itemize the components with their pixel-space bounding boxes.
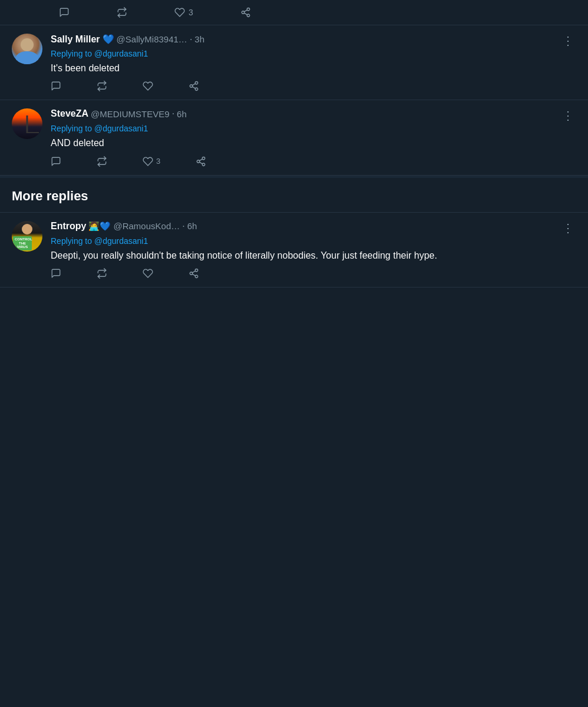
avatar-sally	[12, 34, 42, 64]
more-options-steveza[interactable]: ⋮	[560, 108, 576, 123]
reply-action-sally[interactable]	[51, 81, 61, 91]
user-emojis-entropy: 🧑‍💻💙	[88, 221, 111, 232]
user-handle-entropy: @RamousKod…	[113, 221, 180, 231]
svg-line-18	[192, 274, 195, 276]
more-options-sally[interactable]: ⋮	[560, 34, 576, 48]
retweet-action-entropy[interactable]	[97, 268, 107, 279]
verified-badge-sally: 💙	[103, 34, 114, 45]
like-action-entropy[interactable]	[143, 268, 153, 279]
tweet-time-entropy: 6h	[187, 221, 197, 231]
tweet-content-steveza: SteveZA @MEDIUMSTEVE9 · 6h ⋮ Replying to…	[51, 108, 576, 166]
tweet-text-steveza: AND deleted	[51, 137, 576, 150]
like-count-top: 3	[189, 8, 193, 17]
tweet-actions-entropy	[51, 268, 576, 279]
tweet-header-left-sally: Sally Miller 💙 @SallyMi83941… · 3h	[51, 34, 204, 45]
tweet-header-left-steveza: SteveZA @MEDIUMSTEVE9 · 6h	[51, 108, 187, 119]
svg-line-8	[192, 87, 195, 89]
top-tweet-actions: 3	[0, 0, 588, 25]
user-name-entropy: Entropy	[51, 221, 86, 232]
share-action-entropy[interactable]	[189, 268, 199, 279]
separator-entropy: ·	[182, 221, 184, 232]
avatar-entropy: CONTROL THE VIRUS	[12, 221, 42, 252]
tweet-text-sally: It's been deleted	[51, 62, 576, 75]
more-replies-section: More replies	[0, 176, 588, 213]
reply-to-handle-sally[interactable]: @dgurdasani1	[94, 49, 148, 58]
svg-line-4	[244, 10, 247, 12]
tweet-content-entropy: Entropy 🧑‍💻💙 @RamousKod… · 6h ⋮ Replying…	[51, 221, 576, 279]
retweet-action-top[interactable]	[117, 7, 127, 18]
like-action-sally[interactable]	[143, 81, 153, 91]
reply-to-steveza: Replying to @dgurdasani1	[51, 124, 576, 133]
reply-action-steveza[interactable]	[51, 156, 61, 167]
tweet-header-entropy: Entropy 🧑‍💻💙 @RamousKod… · 6h ⋮	[51, 221, 576, 235]
reply-action-entropy[interactable]	[51, 268, 61, 279]
tweet-actions-sally	[51, 81, 576, 91]
share-action-top[interactable]	[240, 7, 251, 18]
more-options-entropy[interactable]: ⋮	[560, 221, 576, 235]
replying-to-label-steveza: Replying to	[51, 124, 92, 133]
user-handle-sally: @SallyMi83941…	[117, 34, 187, 44]
tweet-time-sally: 3h	[194, 34, 204, 44]
tweet-entropy: CONTROL THE VIRUS Entropy 🧑‍💻💙 @RamousKo…	[0, 213, 588, 288]
tweet-header-sally: Sally Miller 💙 @SallyMi83941… · 3h ⋮	[51, 34, 576, 48]
svg-line-19	[192, 271, 195, 273]
user-name-steveza: SteveZA	[51, 108, 88, 119]
replying-to-label-entropy: Replying to	[51, 236, 92, 246]
reply-to-entropy: Replying to @dgurdasani1	[51, 236, 576, 246]
share-action-sally[interactable]	[189, 81, 199, 91]
separator-steveza: ·	[172, 108, 174, 119]
svg-line-13	[200, 162, 203, 164]
like-action-top[interactable]: 3	[174, 7, 193, 18]
retweet-action-sally[interactable]	[97, 81, 107, 91]
avatar-steveza	[12, 108, 42, 139]
tweet-content-sally: Sally Miller 💙 @SallyMi83941… · 3h ⋮ Rep…	[51, 34, 576, 91]
svg-line-9	[192, 84, 195, 85]
tweet-text-entropy: Deepti, you really shouldn't be taking n…	[51, 249, 576, 262]
like-count-steveza: 3	[156, 157, 160, 166]
svg-line-14	[200, 159, 203, 161]
tweet-actions-steveza: 3	[51, 156, 576, 167]
reply-action-top[interactable]	[59, 7, 70, 18]
retweet-action-steveza[interactable]	[97, 156, 107, 167]
reply-to-handle-steveza[interactable]: @dgurdasani1	[94, 124, 148, 133]
separator-sally: ·	[190, 34, 192, 45]
reply-to-sally: Replying to @dgurdasani1	[51, 49, 576, 58]
share-action-steveza[interactable]	[196, 156, 206, 167]
more-replies-title: More replies	[12, 189, 576, 204]
tweet-header-left-entropy: Entropy 🧑‍💻💙 @RamousKod… · 6h	[51, 221, 197, 232]
tweet-sally: Sally Miller 💙 @SallyMi83941… · 3h ⋮ Rep…	[0, 25, 588, 100]
svg-line-3	[244, 13, 247, 15]
tweet-header-steveza: SteveZA @MEDIUMSTEVE9 · 6h ⋮	[51, 108, 576, 123]
control-virus-label: CONTROL THE VIRUS	[13, 236, 32, 250]
reply-to-handle-entropy[interactable]: @dgurdasani1	[94, 236, 148, 246]
tweet-time-steveza: 6h	[177, 109, 187, 119]
user-name-sally: Sally Miller	[51, 34, 100, 45]
replying-to-label-sally: Replying to	[51, 49, 92, 58]
tweet-steveza: SteveZA @MEDIUMSTEVE9 · 6h ⋮ Replying to…	[0, 100, 588, 175]
like-action-steveza[interactable]: 3	[143, 156, 160, 167]
user-handle-steveza: @MEDIUMSTEVE9	[91, 109, 170, 119]
